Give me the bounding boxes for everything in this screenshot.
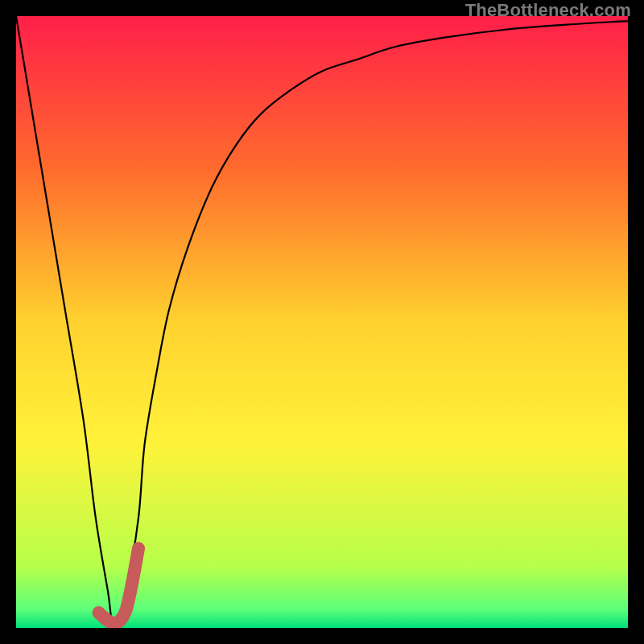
chart-svg [16,16,628,628]
chart-root: { "watermark": { "text": "TheBottleneck.… [0,0,644,644]
gradient-background [16,16,628,628]
plot-area [16,16,628,628]
watermark-text: TheBottleneck.com [465,0,631,21]
